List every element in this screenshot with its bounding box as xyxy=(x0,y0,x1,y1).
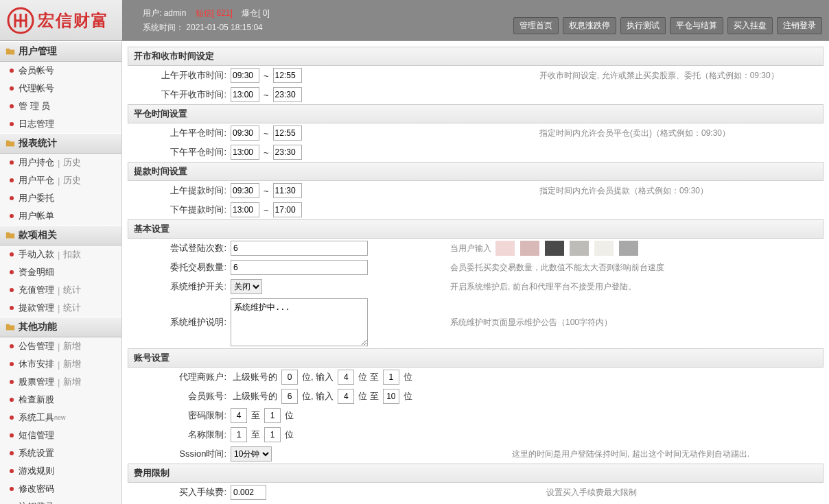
member-v1[interactable] xyxy=(281,389,298,404)
sms-link[interactable]: 短信[ 621] xyxy=(196,8,233,18)
bullet-icon xyxy=(10,214,14,218)
bullet-icon xyxy=(10,433,14,437)
pm-close-end[interactable] xyxy=(273,145,302,160)
pm-market-start[interactable] xyxy=(231,87,259,102)
sidebar-item[interactable]: 游戏规则 xyxy=(0,462,121,480)
sidebar-item[interactable]: 股票管理|新增 xyxy=(0,373,121,391)
redacted-block xyxy=(545,241,564,256)
name-min[interactable] xyxy=(231,427,247,442)
redacted-block xyxy=(594,241,614,256)
bullet-icon xyxy=(10,160,14,165)
systime-label: 系统时间： xyxy=(143,23,184,32)
sidebar-header: 款项相关 xyxy=(0,225,121,245)
bullet-icon xyxy=(10,178,14,182)
bullet-icon xyxy=(10,122,14,126)
bullet-icon xyxy=(10,416,14,420)
sidebar-item[interactable]: 手动入款|扣款 xyxy=(0,245,121,263)
am-withdraw-end[interactable] xyxy=(273,183,302,198)
pm-withdraw-end[interactable] xyxy=(273,202,302,217)
am-market-end[interactable] xyxy=(273,68,302,83)
pm-withdraw-start[interactable] xyxy=(231,202,259,217)
section-basic: 基本设置 xyxy=(128,219,824,239)
sidebar-item[interactable]: 管 理 员 xyxy=(0,97,121,115)
bullet-icon xyxy=(10,252,14,256)
sidebar-item[interactable]: 提款管理|统计 xyxy=(0,299,121,317)
sidebar-item[interactable]: 会员帐号 xyxy=(0,62,121,80)
buy-fee-input[interactable] xyxy=(231,485,266,500)
sidebar-item[interactable]: 系统工具new xyxy=(0,409,121,427)
sidebar-header: 用户管理 xyxy=(0,41,121,62)
redacted-block xyxy=(495,241,515,256)
bullet-icon xyxy=(10,270,14,274)
section-fee: 费用限制 xyxy=(128,464,824,483)
sidebar-item[interactable]: 用户平仓|历史 xyxy=(0,171,121,189)
sidebar-item[interactable]: 公告管理|新增 xyxy=(0,337,121,355)
sidebar-item[interactable]: 用户委托 xyxy=(0,189,121,207)
trade-count-input[interactable] xyxy=(231,260,368,275)
brand-logo-icon xyxy=(7,7,34,34)
sidebar-item[interactable]: 用户帐单 xyxy=(0,207,121,225)
bullet-icon xyxy=(10,69,14,73)
section-market-time: 开市和收市时间设定 xyxy=(128,47,824,66)
am-close-start[interactable] xyxy=(231,125,259,141)
pm-market-end[interactable] xyxy=(273,87,302,102)
top-btn-5[interactable]: 注销登录 xyxy=(777,17,822,34)
sidebar-item[interactable]: 用户持仓|历史 xyxy=(0,154,121,171)
bullet-icon xyxy=(10,344,14,348)
top-btn-0[interactable]: 管理首页 xyxy=(513,17,559,34)
session-select[interactable]: 10分钟 xyxy=(231,446,272,461)
bullet-icon xyxy=(10,306,14,310)
pwd-min[interactable] xyxy=(231,408,247,423)
section-account: 账号设置 xyxy=(128,348,824,368)
user-value: admin xyxy=(164,8,187,18)
maint-switch-select[interactable]: 关闭 xyxy=(231,279,262,294)
bullet-icon xyxy=(10,86,14,91)
am-withdraw-start[interactable] xyxy=(231,183,259,198)
brand-name: 宏信财富 xyxy=(38,10,109,32)
am-market-start[interactable] xyxy=(231,68,259,83)
logo-area: 宏信财富 xyxy=(0,7,122,34)
am-market-hint: 开收市时间设定, 允许或禁止买卖股票、委托（格式例如：09:30） xyxy=(409,70,824,82)
name-max[interactable] xyxy=(264,427,281,442)
systime-value: 2021-01-05 18:15:04 xyxy=(186,23,262,32)
bullet-icon xyxy=(10,487,14,491)
sidebar-item[interactable]: 充值管理|统计 xyxy=(0,281,121,299)
folder-icon xyxy=(5,47,15,56)
folder-icon xyxy=(5,230,15,240)
member-v2[interactable] xyxy=(338,389,354,404)
top-btn-2[interactable]: 执行测试 xyxy=(620,17,666,34)
bullet-icon xyxy=(10,451,14,455)
sidebar-item[interactable]: 资金明细 xyxy=(0,263,121,281)
pm-market-label: 下午开收市时间: xyxy=(128,88,231,101)
pwd-max[interactable] xyxy=(264,408,281,423)
am-market-label: 上午开收市时间: xyxy=(128,69,231,82)
sidebar-item[interactable]: 日志管理 xyxy=(0,115,121,133)
top-btn-1[interactable]: 权息涨跌停 xyxy=(563,17,616,34)
bullet-icon xyxy=(10,362,14,366)
am-close-end[interactable] xyxy=(273,125,302,141)
sidebar-item[interactable]: 休市安排|新增 xyxy=(0,355,121,373)
sidebar-item[interactable]: 修改密码 xyxy=(0,480,121,498)
sidebar-item[interactable]: 检查新股 xyxy=(0,391,121,409)
agent-v3[interactable] xyxy=(383,370,399,385)
content-area: 开市和收市时间设定 上午开收市时间: ~ 开收市时间设定, 允许或禁止买卖股票、… xyxy=(122,41,829,504)
redacted-block xyxy=(570,241,589,256)
maint-desc-textarea[interactable]: 系统维护中... xyxy=(231,298,368,346)
member-v3[interactable] xyxy=(383,389,399,404)
folder-icon xyxy=(5,322,15,332)
bullet-icon xyxy=(10,196,14,200)
sidebar: 用户管理会员帐号代理帐号管 理 员日志管理报表统计用户持仓|历史用户平仓|历史用… xyxy=(0,41,122,504)
baocang-link[interactable]: 爆仓[ 0] xyxy=(242,8,270,18)
top-btn-3[interactable]: 平仓与结算 xyxy=(670,17,723,34)
bullet-icon xyxy=(10,398,14,402)
sidebar-item[interactable]: 系统设置 xyxy=(0,444,121,462)
sidebar-item[interactable]: 注销登录 xyxy=(0,498,121,504)
sidebar-item[interactable]: 短信管理 xyxy=(0,427,121,444)
login-attempts-input[interactable] xyxy=(231,241,368,256)
agent-v1[interactable] xyxy=(281,370,298,385)
top-btn-4[interactable]: 买入挂盘 xyxy=(727,17,773,34)
agent-v2[interactable] xyxy=(338,370,354,385)
pm-close-start[interactable] xyxy=(231,145,259,160)
redacted-block xyxy=(520,241,539,256)
sidebar-item[interactable]: 代理帐号 xyxy=(0,80,121,97)
